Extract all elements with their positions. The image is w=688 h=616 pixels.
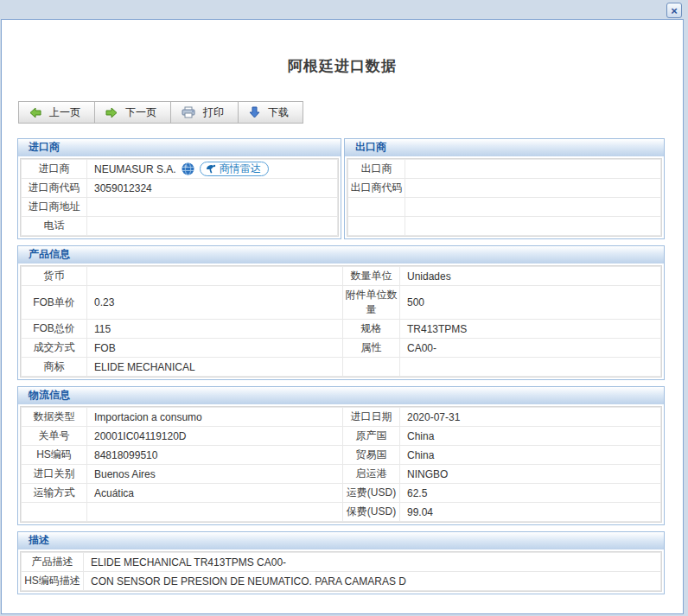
field-label: 关单号 xyxy=(22,427,87,446)
table-row: 关单号 20001IC04119120D 原产国 China xyxy=(22,427,661,446)
arrow-left-icon xyxy=(29,107,41,118)
field-label: 贸易国 xyxy=(343,446,400,465)
field-value xyxy=(405,179,661,198)
field-label: 进口商代码 xyxy=(22,179,87,198)
field-value xyxy=(87,217,338,236)
field-label xyxy=(348,198,405,217)
download-label: 下载 xyxy=(268,105,289,120)
field-value: 115 xyxy=(87,320,343,339)
field-label xyxy=(22,503,87,522)
section-importer: 进口商 进口商 NEUMASUR S.A. xyxy=(17,138,341,239)
field-value: Unidades xyxy=(400,267,661,286)
field-label: 货币 xyxy=(22,267,87,286)
field-label: 原产国 xyxy=(343,427,400,446)
table-row: 出口商代码 xyxy=(348,179,661,198)
field-value: China xyxy=(400,427,661,446)
print-button[interactable]: 打印 xyxy=(170,101,239,124)
field-value xyxy=(405,160,661,179)
field-value: 20001IC04119120D xyxy=(87,427,343,446)
table-row: 数据类型 Importacion a consumo 进口日期 2020-07-… xyxy=(22,408,661,427)
field-label: 出口商 xyxy=(348,160,405,179)
section-product-info: 产品信息 货币 数量单位 Unidades FOB单价 0.23 附件单位数量 … xyxy=(17,245,665,380)
field-label: 附件单位数量 xyxy=(343,286,400,320)
field-label: 属性 xyxy=(343,339,400,358)
arrow-right-icon xyxy=(105,107,118,118)
field-label: 运输方式 xyxy=(22,484,87,503)
table-row: 进口商 NEUMASUR S.A. xyxy=(22,160,338,179)
table-row: FOB总价 115 规格 TR413TPMS xyxy=(22,320,661,339)
field-value: TR413TPMS xyxy=(400,320,661,339)
section-description-title: 描述 xyxy=(18,532,664,549)
field-value: CON SENSOR DE PRESION DE NEUMATICO. PARA… xyxy=(84,572,661,591)
field-label xyxy=(343,358,400,377)
section-exporter-title: 出口商 xyxy=(345,139,664,156)
field-value: 3059012324 xyxy=(87,179,338,198)
table-row: 出口商 xyxy=(348,160,661,179)
globe-icon[interactable] xyxy=(182,162,194,175)
prev-page-button[interactable]: 上一页 xyxy=(18,101,95,124)
table-row: FOB单价 0.23 附件单位数量 500 xyxy=(22,286,661,320)
section-logistics-info: 物流信息 数据类型 Importacion a consumo 进口日期 202… xyxy=(17,386,665,525)
field-value: 62.5 xyxy=(400,484,661,503)
importer-name: NEUMASUR S.A. xyxy=(94,163,176,175)
table-row: 成交方式 FOB 属性 CA00- xyxy=(22,339,661,358)
field-label: FOB单价 xyxy=(22,286,87,320)
field-label: 数据类型 xyxy=(22,408,87,427)
field-value: 84818099510 xyxy=(87,446,343,465)
print-label: 打印 xyxy=(203,105,224,120)
next-page-label: 下一页 xyxy=(125,105,156,120)
table-row: HS编码描述 CON SENSOR DE PRESION DE NEUMATIC… xyxy=(22,572,661,591)
field-value: NINGBO xyxy=(400,465,661,484)
table-row: 货币 数量单位 Unidades xyxy=(22,267,661,286)
field-value: Buenos Aires xyxy=(87,465,343,484)
importer-exporter-row: 进口商 进口商 NEUMASUR S.A. xyxy=(17,138,665,239)
field-label: FOB总价 xyxy=(22,320,87,339)
field-label: 进口日期 xyxy=(343,408,400,427)
table-row xyxy=(348,217,661,236)
field-label: 产品描述 xyxy=(22,553,84,572)
field-label: 进口关别 xyxy=(22,465,87,484)
table-row: 保费(USD) 99.04 xyxy=(22,503,661,522)
field-label: HS编码 xyxy=(22,446,87,465)
field-value: 500 xyxy=(400,286,661,320)
dialog-panel: 阿根廷进口数据 上一页 下一页 打印 xyxy=(1,19,684,614)
field-label: 电话 xyxy=(22,217,87,236)
section-description: 描述 产品描述 ELIDE MECHANICAL TR413TPMS CA00-… xyxy=(17,531,665,594)
page-title: 阿根廷进口数据 xyxy=(17,56,667,76)
field-value xyxy=(87,503,343,522)
field-label: 进口商地址 xyxy=(22,198,87,217)
business-radar-badge[interactable]: 商情雷达 xyxy=(200,162,269,176)
arrow-down-icon xyxy=(249,106,260,118)
section-exporter: 出口商 出口商 出口商代码 xyxy=(344,138,665,239)
section-logistics-title: 物流信息 xyxy=(18,387,664,404)
table-row: 商标 ELIDE MECHANICAL xyxy=(22,358,661,377)
radar-icon xyxy=(206,164,216,175)
field-label: 数量单位 xyxy=(343,267,400,286)
download-button[interactable]: 下载 xyxy=(238,101,303,124)
field-label: 启运港 xyxy=(343,465,400,484)
field-value: ELIDE MECHANICAL xyxy=(87,358,343,377)
toolbar: 上一页 下一页 打印 下载 xyxy=(18,101,683,124)
table-row: 运输方式 Acuática 运费(USD) 62.5 xyxy=(22,484,661,503)
field-value: ELIDE MECHANICAL TR413TPMS CA00- xyxy=(84,553,661,572)
field-value: Acuática xyxy=(87,484,343,503)
table-row: 电话 xyxy=(22,217,338,236)
field-label: 运费(USD) xyxy=(343,484,400,503)
field-value: Importacion a consumo xyxy=(87,408,343,427)
field-value: CA00- xyxy=(400,339,661,358)
field-label: HS编码描述 xyxy=(22,572,84,591)
field-label xyxy=(348,217,405,236)
field-label: 进口商 xyxy=(22,160,87,179)
table-row: 进口商代码 3059012324 xyxy=(22,179,338,198)
table-row xyxy=(348,198,661,217)
section-importer-title: 进口商 xyxy=(18,139,341,156)
field-value xyxy=(87,267,343,286)
next-page-button[interactable]: 下一页 xyxy=(94,101,171,124)
table-row: 进口商地址 xyxy=(22,198,338,217)
field-value: 0.23 xyxy=(87,286,343,320)
section-product-title: 产品信息 xyxy=(18,246,664,264)
close-button[interactable]: × xyxy=(666,3,682,18)
field-label: 保费(USD) xyxy=(343,503,400,522)
table-row: HS编码 84818099510 贸易国 China xyxy=(22,446,661,465)
field-label: 规格 xyxy=(343,320,400,339)
